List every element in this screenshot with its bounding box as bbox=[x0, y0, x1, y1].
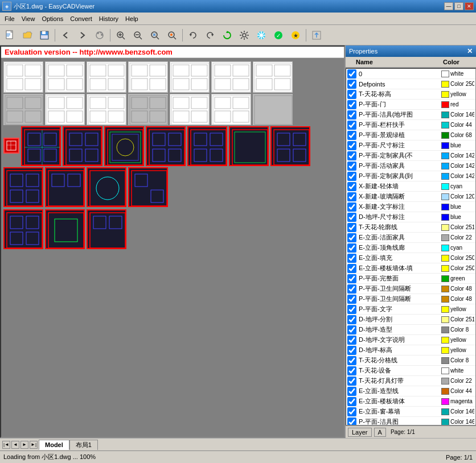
layer-visibility-checkbox[interactable] bbox=[347, 213, 356, 222]
layer-visibility-checkbox[interactable] bbox=[347, 407, 356, 416]
tab-layout1[interactable]: 布局1 bbox=[69, 440, 98, 450]
menu-convert[interactable]: Convert bbox=[67, 14, 96, 23]
layer-row[interactable]: X-新建-文字标注blue bbox=[346, 202, 475, 212]
layer-visibility-checkbox[interactable] bbox=[347, 243, 356, 253]
layer-visibility-checkbox[interactable] bbox=[347, 336, 356, 345]
layer-visibility-checkbox[interactable] bbox=[347, 284, 356, 293]
layer-visibility-checkbox[interactable] bbox=[347, 274, 356, 283]
layer-row[interactable]: P-平面-卫生间隔断Color 48 bbox=[346, 284, 475, 294]
thumb-r4-3[interactable] bbox=[87, 167, 126, 207]
layer-row[interactable]: T-天花-轮廓线Color 251 bbox=[346, 222, 475, 233]
layer-visibility-checkbox[interactable] bbox=[347, 315, 356, 324]
layer-row[interactable]: E-立面-洁面家具Color 22 bbox=[346, 233, 475, 243]
layer-row[interactable]: E-立面-造型线Color 44 bbox=[346, 386, 475, 396]
toolbar-zoom-out[interactable] bbox=[130, 27, 146, 43]
layer-visibility-checkbox[interactable] bbox=[347, 417, 356, 426]
layer-visibility-checkbox[interactable] bbox=[347, 325, 356, 334]
layer-visibility-checkbox[interactable] bbox=[347, 182, 356, 191]
menu-view[interactable]: View bbox=[18, 14, 39, 23]
layer-row[interactable]: X-新建-轻体墙cyan bbox=[346, 181, 475, 192]
toolbar-zoom-in[interactable] bbox=[113, 27, 129, 43]
layer-row[interactable]: P-平面-定制家具(不Color 142 bbox=[346, 151, 475, 161]
layer-row[interactable]: P-平面-定制家具(到Color 142 bbox=[346, 171, 475, 181]
layer-row[interactable]: E-立面-窗-幕墙Color 146 bbox=[346, 407, 475, 417]
thumb-r2-5[interactable] bbox=[170, 94, 210, 125]
menu-help[interactable]: Help bbox=[122, 14, 142, 23]
properties-table[interactable]: 0whiteDefpointsColor 250T-天花-标高yellowP-平… bbox=[346, 68, 476, 425]
toolbar-rotate-right[interactable] bbox=[202, 27, 218, 43]
layer-visibility-checkbox[interactable] bbox=[347, 151, 356, 160]
layer-visibility-checkbox[interactable] bbox=[347, 121, 356, 130]
cad-view[interactable]: Evaluation version -- http://wwww.benzso… bbox=[0, 46, 345, 438]
thumb-r4-1[interactable] bbox=[3, 167, 43, 207]
thumb-r2-6[interactable] bbox=[211, 94, 251, 125]
toolbar-open[interactable] bbox=[19, 27, 35, 43]
layer-row[interactable]: P-平面-景观绿植Color 68 bbox=[346, 130, 475, 140]
thumb-r5-3[interactable] bbox=[87, 209, 126, 249]
layer-row[interactable]: 0white bbox=[346, 69, 475, 79]
thumb-detail-6[interactable] bbox=[229, 126, 269, 166]
layer-row[interactable]: E-立面-顶角线廊cyan bbox=[346, 243, 475, 253]
layer-visibility-checkbox[interactable] bbox=[347, 110, 356, 119]
minimize-button[interactable]: — bbox=[444, 2, 453, 10]
layer-visibility-checkbox[interactable] bbox=[347, 80, 356, 89]
thumb-r2-4[interactable] bbox=[128, 94, 168, 125]
toolbar-green[interactable]: ✓ bbox=[270, 27, 286, 43]
thumb-r1-3[interactable] bbox=[87, 61, 126, 93]
layer-visibility-checkbox[interactable] bbox=[347, 131, 356, 140]
layer-row[interactable]: D-地坪-标高yellow bbox=[346, 345, 475, 355]
nav-last[interactable]: ►| bbox=[30, 441, 38, 449]
thumb-detail-7[interactable] bbox=[270, 126, 310, 166]
layer-row[interactable]: T-天花-灯具灯带Color 22 bbox=[346, 376, 475, 386]
thumb-r5-2[interactable] bbox=[45, 209, 85, 249]
thumb-r2-1[interactable] bbox=[3, 94, 43, 125]
layer-row[interactable]: P-平面-门red bbox=[346, 100, 475, 110]
thumb-r1-4[interactable] bbox=[128, 61, 168, 93]
toolbar-save[interactable] bbox=[36, 27, 52, 43]
layer-visibility-checkbox[interactable] bbox=[347, 233, 356, 242]
toolbar-zoom-fit[interactable] bbox=[147, 27, 163, 43]
layer-row[interactable]: D-地坪-尺寸标注blue bbox=[346, 212, 475, 222]
layer-row[interactable]: P-平面-文字yellow bbox=[346, 304, 475, 315]
layer-visibility-checkbox[interactable] bbox=[347, 69, 356, 78]
toolbar-refresh[interactable] bbox=[219, 27, 235, 43]
toolbar-forward[interactable] bbox=[75, 27, 91, 43]
thumb-r1-5[interactable] bbox=[170, 61, 210, 93]
thumb-detail-5[interactable] bbox=[187, 126, 227, 166]
toolbar-zoom-select[interactable] bbox=[164, 27, 180, 43]
maximize-button[interactable]: □ bbox=[454, 2, 463, 10]
layer-visibility-checkbox[interactable] bbox=[347, 377, 356, 386]
layer-row[interactable]: P-平面-尺寸标注blue bbox=[346, 140, 475, 151]
layer-visibility-checkbox[interactable] bbox=[347, 356, 356, 365]
nav-prev[interactable]: ◄ bbox=[11, 441, 19, 449]
thumb-r2-3[interactable] bbox=[87, 94, 126, 125]
toolbar-new[interactable] bbox=[2, 27, 18, 43]
layer-row[interactable]: P-平面-洁具图Color 146 bbox=[346, 417, 475, 425]
layer-visibility-checkbox[interactable] bbox=[347, 202, 356, 212]
menu-file[interactable]: File bbox=[1, 14, 18, 23]
layer-visibility-checkbox[interactable] bbox=[347, 387, 356, 396]
layer-row[interactable]: X-新建-玻璃隔断Color 120 bbox=[346, 192, 475, 202]
thumb-r1-7[interactable] bbox=[253, 61, 293, 93]
layer-row[interactable]: D-地坪-文字说明yellow bbox=[346, 335, 475, 345]
thumb-detail-1[interactable] bbox=[21, 126, 61, 166]
thumb-r2-7[interactable] bbox=[253, 94, 293, 125]
layer-row[interactable]: E-立面-楼板墙体-填Color 250 bbox=[346, 263, 475, 274]
layer-visibility-checkbox[interactable] bbox=[347, 366, 356, 375]
thumb-r1-1[interactable] bbox=[3, 61, 43, 93]
layer-visibility-checkbox[interactable] bbox=[347, 162, 356, 171]
thumb-detail-2[interactable] bbox=[63, 126, 102, 166]
layer-visibility-checkbox[interactable] bbox=[347, 397, 356, 406]
layer-visibility-checkbox[interactable] bbox=[347, 172, 356, 181]
toolbar-paw[interactable] bbox=[92, 27, 108, 43]
thumb-r5-1[interactable] bbox=[3, 209, 43, 249]
layer-visibility-checkbox[interactable] bbox=[347, 346, 356, 355]
layer-visibility-checkbox[interactable] bbox=[347, 192, 356, 201]
thumb-detail-4[interactable] bbox=[146, 126, 186, 166]
a-button[interactable]: A bbox=[374, 428, 386, 437]
layer-row[interactable]: E-立面-楼板墙体magenta bbox=[346, 396, 475, 407]
toolbar-rotate-left[interactable] bbox=[185, 27, 201, 43]
layer-row[interactable]: P-平面-洁具(地坪图Color 146 bbox=[346, 110, 475, 120]
menu-options[interactable]: Options bbox=[38, 14, 67, 23]
thumb-r4-4[interactable] bbox=[128, 167, 168, 207]
